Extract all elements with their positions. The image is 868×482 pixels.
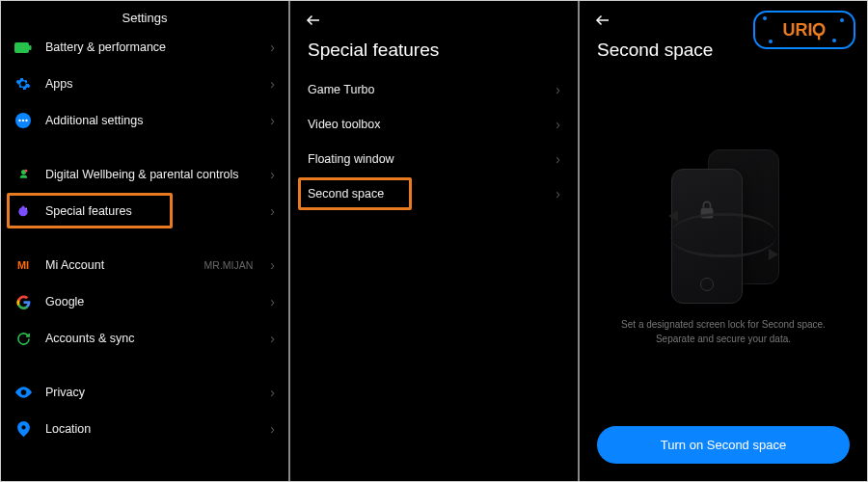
turn-on-second-space-button[interactable]: Turn on Second space [597, 426, 850, 464]
chevron-right-icon: › [270, 386, 275, 399]
svg-point-5 [25, 120, 27, 121]
svg-rect-1 [29, 45, 32, 50]
fingerprint-icon [700, 278, 714, 291]
chevron-right-icon: › [556, 83, 560, 96]
brand-logo-text: URIϘ [783, 19, 827, 40]
row-label: Accounts & sync [45, 332, 257, 345]
svg-point-7 [24, 169, 27, 172]
chevron-right-icon: › [270, 168, 275, 181]
sync-icon [14, 330, 32, 347]
chevron-right-icon: › [270, 204, 275, 218]
row-label: Mi Account [45, 258, 191, 272]
row-mi-account[interactable]: MI Mi Account MR.MIJAN › [1, 247, 288, 283]
row-label: Privacy [45, 386, 257, 399]
row-label: Apps [45, 77, 257, 91]
gear-icon [14, 75, 32, 93]
special-features-header [290, 1, 578, 34]
svg-point-3 [18, 120, 20, 121]
heart-icon [14, 166, 32, 183]
sparkle-icon [14, 202, 32, 220]
settings-panel: Settings Battery & performance › Apps › [1, 1, 288, 481]
row-google[interactable]: Google › [1, 283, 288, 320]
row-privacy[interactable]: Privacy › [1, 374, 288, 411]
dots-icon [14, 112, 32, 129]
row-label: Special features [45, 204, 257, 218]
back-icon[interactable] [304, 11, 323, 30]
row-label: Floating window [308, 152, 542, 166]
row-floating-window[interactable]: Floating window › [290, 142, 578, 176]
row-value: MR.MIJAN [204, 259, 254, 271]
google-icon [14, 293, 32, 310]
row-label: Video toolbox [308, 118, 542, 131]
svg-point-4 [22, 120, 24, 121]
chevron-right-icon: › [556, 152, 560, 166]
row-digital-wellbeing[interactable]: Digital Wellbeing & parental controls › [1, 156, 288, 193]
swap-arrow-icon [670, 213, 776, 257]
row-second-space[interactable]: Second space › [290, 176, 578, 211]
second-space-description: Set a designated screen lock for Second … [621, 317, 826, 346]
row-label: Google [45, 295, 257, 308]
second-space-panel: Second space Set a designated screen loc… [580, 1, 867, 481]
row-label: Battery & performance [45, 40, 257, 54]
svg-point-10 [26, 208, 28, 210]
chevron-right-icon: › [270, 332, 275, 345]
row-additional-settings[interactable]: Additional settings › [1, 102, 288, 139]
chevron-right-icon: › [556, 187, 560, 201]
eye-icon [14, 384, 32, 401]
back-icon[interactable] [593, 11, 612, 30]
desc-line-2: Separate and secure your data. [621, 332, 826, 346]
chevron-right-icon: › [270, 77, 275, 91]
chevron-right-icon: › [270, 114, 275, 127]
battery-icon [14, 39, 32, 56]
chevron-right-icon: › [270, 295, 275, 308]
row-label: Second space [308, 187, 542, 201]
row-label: Location [45, 422, 257, 436]
second-space-hero: Set a designated screen lock for Second … [580, 72, 867, 413]
row-game-turbo[interactable]: Game Turbo › [290, 72, 578, 107]
chevron-right-icon: › [270, 258, 275, 272]
svg-point-9 [21, 205, 24, 208]
row-accounts-sync[interactable]: Accounts & sync › [1, 320, 288, 357]
phone-illustration [656, 146, 791, 309]
row-video-toolbox[interactable]: Video toolbox › [290, 107, 578, 142]
settings-header: Settings [1, 1, 288, 29]
special-features-title: Special features [290, 34, 578, 72]
settings-title: Settings [122, 11, 168, 25]
chevron-right-icon: › [556, 118, 560, 131]
desc-line-1: Set a designated screen lock for Second … [621, 317, 826, 332]
row-label: Digital Wellbeing & parental controls [45, 168, 257, 181]
pin-icon [14, 420, 32, 438]
settings-list: Battery & performance › Apps › Additiona… [1, 29, 288, 481]
brand-logo: URIϘ [753, 11, 855, 49]
special-features-panel: Special features Game Turbo › Video tool… [290, 1, 578, 481]
row-apps[interactable]: Apps › [1, 66, 288, 102]
chevron-right-icon: › [270, 40, 275, 54]
svg-rect-0 [14, 42, 29, 53]
special-features-list: Game Turbo › Video toolbox › Floating wi… [290, 72, 578, 481]
row-label: Game Turbo [308, 83, 542, 96]
row-label: Additional settings [45, 114, 257, 127]
chevron-right-icon: › [270, 422, 275, 436]
row-battery-performance[interactable]: Battery & performance › [1, 29, 288, 66]
row-special-features[interactable]: Special features › [1, 193, 288, 229]
mi-icon: MI [14, 256, 32, 274]
row-location[interactable]: Location › [1, 411, 288, 447]
